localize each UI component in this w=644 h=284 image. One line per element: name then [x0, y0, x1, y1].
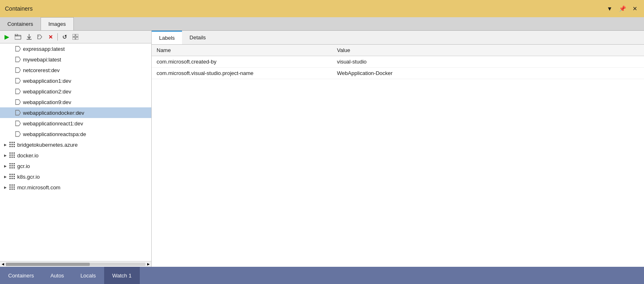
tree-item-label: webapplication1:dev — [23, 78, 71, 84]
list-item[interactable]: netcorerest:dev — [0, 65, 151, 75]
label-value-cell: visual-studio — [332, 56, 644, 68]
tag-icon — [15, 77, 21, 84]
svg-rect-49 — [9, 176, 11, 177]
scroll-track[interactable] — [6, 263, 146, 266]
tree-item-label: mcr.microsoft.com — [17, 184, 60, 191]
top-tab-bar: Containers Images — [0, 17, 644, 31]
svg-marker-13 — [16, 78, 20, 83]
tag-icon — [15, 56, 21, 63]
tree-item-label: webapplication2:dev — [23, 89, 71, 95]
play-button[interactable]: ▶ — [2, 32, 11, 41]
multi-button[interactable] — [71, 32, 80, 41]
list-item[interactable]: webapplication2:dev — [0, 86, 151, 97]
list-item[interactable]: expressapp:latest — [0, 43, 151, 54]
status-bar: Containers Autos Locals Watch 1 — [0, 267, 644, 284]
tree-container[interactable]: expressapp:latest mywebapi:latest — [0, 43, 151, 261]
tab-containers[interactable]: Containers — [0, 17, 41, 30]
title-bar: Containers ▼ 📌 ✕ — [0, 0, 644, 17]
expand-arrow[interactable]: ▶ — [2, 163, 8, 169]
toolbar-separator — [57, 33, 58, 41]
tag-icon — [15, 120, 21, 127]
list-item[interactable]: ▶ gcr.io — [0, 161, 151, 171]
tree-item-label: bridgetokubernetes.azure — [17, 142, 77, 148]
svg-rect-6 — [73, 34, 75, 36]
close-button[interactable]: ✕ — [631, 5, 639, 13]
expand-arrow[interactable]: ▶ — [2, 142, 8, 148]
tag-icon — [15, 88, 21, 95]
horizontal-scrollbar[interactable]: ◀ ▶ — [0, 261, 151, 267]
tree-item-label: expressapp:latest — [23, 46, 65, 52]
left-panel: ▶ ✕ ↺ — [0, 31, 152, 267]
svg-rect-27 — [14, 146, 15, 147]
tab-images[interactable]: Images — [41, 17, 74, 30]
svg-rect-54 — [14, 178, 15, 179]
pin-button[interactable]: 📌 — [617, 5, 628, 13]
svg-rect-62 — [11, 189, 13, 190]
svg-point-5 — [39, 36, 39, 36]
list-item[interactable]: webapplication9:dev — [0, 97, 151, 107]
label-name-cell: com.microsoft.visual-studio.project-name — [152, 68, 332, 79]
window-title: Containers — [5, 5, 33, 12]
svg-rect-39 — [14, 163, 15, 164]
scroll-left-arrow[interactable]: ◀ — [0, 261, 6, 267]
tree-item-label: webapplicationdocker:dev — [23, 110, 84, 116]
expand-placeholder — [8, 99, 14, 105]
svg-rect-50 — [11, 176, 13, 177]
table-row[interactable]: com.microsoft.visual-studio.project-name… — [152, 68, 644, 79]
status-tab-locals[interactable]: Locals — [72, 267, 104, 284]
list-item[interactable]: ▶ bridgetokubernetes.azure — [0, 139, 151, 150]
svg-rect-45 — [14, 167, 15, 168]
svg-rect-26 — [11, 146, 13, 147]
svg-rect-48 — [14, 174, 15, 175]
expand-placeholder — [8, 46, 14, 52]
svg-rect-47 — [11, 174, 13, 175]
expand-arrow[interactable]: ▶ — [2, 174, 8, 179]
list-item[interactable]: ▶ docker.io — [0, 150, 151, 161]
tree-item-label: webapplicationreactspa:de — [23, 131, 86, 137]
tag-button[interactable] — [35, 32, 44, 41]
svg-rect-44 — [11, 167, 13, 168]
svg-rect-63 — [14, 189, 15, 190]
dropdown-button[interactable]: ▼ — [605, 5, 614, 13]
list-item[interactable]: ▶ k8s.gcr.io — [0, 171, 151, 182]
svg-rect-29 — [11, 152, 13, 154]
svg-marker-17 — [16, 121, 20, 126]
column-header-value: Value — [332, 45, 644, 56]
svg-marker-11 — [16, 57, 20, 62]
svg-rect-41 — [11, 165, 13, 166]
panels: ▶ ✕ ↺ — [0, 31, 644, 267]
title-bar-controls: ▼ 📌 ✕ — [605, 5, 639, 13]
open-folder-button[interactable] — [13, 32, 23, 41]
list-item[interactable]: webapplication1:dev — [0, 75, 151, 86]
scroll-thumb[interactable] — [6, 263, 90, 266]
status-tab-autos[interactable]: Autos — [42, 267, 72, 284]
toolbar: ▶ ✕ ↺ — [0, 31, 151, 43]
svg-rect-42 — [14, 165, 15, 166]
expand-arrow[interactable]: ▶ — [2, 152, 8, 158]
tag-icon — [15, 99, 21, 105]
tab-details[interactable]: Details — [182, 31, 213, 44]
tag-icon — [15, 109, 21, 116]
svg-rect-23 — [11, 144, 13, 145]
list-item[interactable]: webapplicationreact1:dev — [0, 118, 151, 129]
list-item[interactable]: webapplicationdocker:dev — [0, 107, 151, 118]
svg-marker-4 — [38, 35, 42, 39]
scroll-right-arrow[interactable]: ▶ — [146, 261, 151, 267]
svg-rect-32 — [11, 154, 13, 156]
list-item[interactable]: ▶ mcr.microsoft.com — [0, 182, 151, 193]
svg-rect-36 — [14, 157, 15, 158]
list-item[interactable]: webapplicationreactspa:de — [0, 129, 151, 139]
svg-rect-57 — [14, 184, 15, 186]
table-row[interactable]: com.microsoft.created-by visual-studio — [152, 56, 644, 68]
list-item[interactable]: mywebapi:latest — [0, 54, 151, 65]
tab-labels[interactable]: Labels — [152, 31, 182, 44]
expand-arrow[interactable]: ▶ — [2, 184, 8, 190]
svg-rect-58 — [9, 186, 11, 188]
pull-button[interactable] — [25, 32, 34, 41]
status-tab-watch1[interactable]: Watch 1 — [104, 267, 140, 284]
expand-placeholder — [8, 57, 14, 62]
delete-button[interactable]: ✕ — [46, 32, 55, 41]
refresh-button[interactable]: ↺ — [60, 32, 69, 41]
svg-rect-53 — [11, 178, 13, 179]
status-tab-containers[interactable]: Containers — [0, 267, 42, 284]
